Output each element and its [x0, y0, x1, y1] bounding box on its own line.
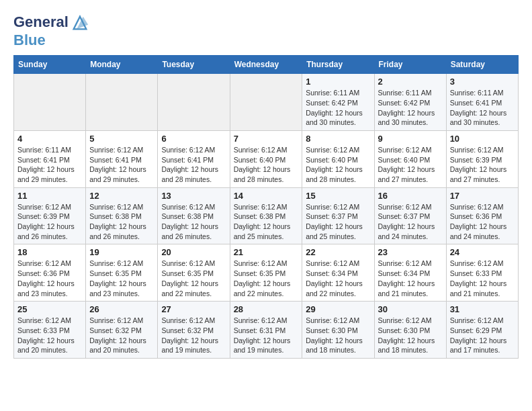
day-number: 29 — [306, 304, 370, 314]
calendar-cell: 4Sunrise: 6:11 AM Sunset: 6:41 PM Daylig… — [14, 130, 86, 187]
calendar-cell: 17Sunrise: 6:12 AM Sunset: 6:36 PM Dayli… — [446, 187, 518, 244]
day-info: Sunrise: 6:12 AM Sunset: 6:29 PM Dayligh… — [450, 316, 515, 355]
day-info: Sunrise: 6:12 AM Sunset: 6:33 PM Dayligh… — [17, 316, 82, 355]
day-of-week-header: Monday — [86, 56, 158, 74]
day-number: 30 — [378, 304, 443, 314]
logo-text: General Blue — [13, 13, 89, 48]
calendar-week-row: 4Sunrise: 6:11 AM Sunset: 6:41 PM Daylig… — [14, 130, 519, 187]
day-info: Sunrise: 6:12 AM Sunset: 6:41 PM Dayligh… — [161, 145, 226, 185]
day-number: 16 — [378, 191, 443, 201]
day-info: Sunrise: 6:11 AM Sunset: 6:42 PM Dayligh… — [378, 88, 443, 128]
day-number: 2 — [378, 77, 443, 87]
day-number: 14 — [234, 191, 299, 201]
day-number: 10 — [450, 134, 515, 144]
day-info: Sunrise: 6:12 AM Sunset: 6:40 PM Dayligh… — [234, 145, 299, 185]
calendar-cell: 26Sunrise: 6:12 AM Sunset: 6:32 PM Dayli… — [86, 302, 158, 359]
page-header: General Blue — [13, 13, 519, 48]
day-info: Sunrise: 6:12 AM Sunset: 6:38 PM Dayligh… — [234, 202, 299, 242]
calendar-cell: 7Sunrise: 6:12 AM Sunset: 6:40 PM Daylig… — [230, 130, 302, 187]
day-number: 7 — [234, 134, 299, 144]
day-info: Sunrise: 6:12 AM Sunset: 6:36 PM Dayligh… — [450, 202, 515, 242]
day-info: Sunrise: 6:12 AM Sunset: 6:30 PM Dayligh… — [306, 316, 370, 355]
day-info: Sunrise: 6:12 AM Sunset: 6:40 PM Dayligh… — [378, 145, 443, 185]
day-number: 20 — [161, 247, 226, 257]
calendar-cell: 13Sunrise: 6:12 AM Sunset: 6:38 PM Dayli… — [158, 187, 230, 244]
calendar-cell: 23Sunrise: 6:12 AM Sunset: 6:34 PM Dayli… — [374, 244, 446, 302]
day-info: Sunrise: 6:12 AM Sunset: 6:34 PM Dayligh… — [306, 259, 370, 298]
calendar-cell: 28Sunrise: 6:12 AM Sunset: 6:31 PM Dayli… — [230, 302, 302, 359]
calendar-cell: 15Sunrise: 6:12 AM Sunset: 6:37 PM Dayli… — [302, 187, 374, 244]
day-info: Sunrise: 6:12 AM Sunset: 6:30 PM Dayligh… — [378, 316, 443, 355]
calendar-header-row: SundayMondayTuesdayWednesdayThursdayFrid… — [14, 56, 519, 74]
calendar-cell: 6Sunrise: 6:12 AM Sunset: 6:41 PM Daylig… — [158, 130, 230, 187]
calendar-cell: 9Sunrise: 6:12 AM Sunset: 6:40 PM Daylig… — [374, 130, 446, 187]
calendar-week-row: 1Sunrise: 6:11 AM Sunset: 6:42 PM Daylig… — [14, 74, 519, 131]
day-number: 17 — [450, 191, 515, 201]
calendar-cell — [14, 74, 86, 131]
day-number: 13 — [161, 191, 226, 201]
day-number: 11 — [17, 191, 82, 201]
calendar-cell: 21Sunrise: 6:12 AM Sunset: 6:35 PM Dayli… — [230, 244, 302, 302]
day-info: Sunrise: 6:12 AM Sunset: 6:35 PM Dayligh… — [89, 259, 154, 298]
day-of-week-header: Sunday — [14, 56, 86, 74]
day-info: Sunrise: 6:12 AM Sunset: 6:38 PM Dayligh… — [89, 202, 154, 242]
day-info: Sunrise: 6:12 AM Sunset: 6:41 PM Dayligh… — [89, 145, 154, 185]
day-info: Sunrise: 6:11 AM Sunset: 6:42 PM Dayligh… — [306, 88, 370, 128]
calendar-cell: 29Sunrise: 6:12 AM Sunset: 6:30 PM Dayli… — [302, 302, 374, 359]
day-info: Sunrise: 6:12 AM Sunset: 6:31 PM Dayligh… — [234, 316, 299, 355]
calendar-cell: 11Sunrise: 6:12 AM Sunset: 6:39 PM Dayli… — [14, 187, 86, 244]
day-info: Sunrise: 6:11 AM Sunset: 6:41 PM Dayligh… — [450, 88, 515, 128]
day-number: 3 — [450, 77, 515, 87]
day-number: 4 — [17, 134, 82, 144]
day-info: Sunrise: 6:12 AM Sunset: 6:37 PM Dayligh… — [306, 202, 370, 242]
day-number: 31 — [450, 304, 515, 314]
day-of-week-header: Saturday — [446, 56, 518, 74]
day-of-week-header: Thursday — [302, 56, 374, 74]
calendar-cell: 19Sunrise: 6:12 AM Sunset: 6:35 PM Dayli… — [86, 244, 158, 302]
day-number: 21 — [234, 247, 299, 257]
calendar-cell: 14Sunrise: 6:12 AM Sunset: 6:38 PM Dayli… — [230, 187, 302, 244]
day-number: 1 — [306, 77, 370, 87]
calendar-cell: 25Sunrise: 6:12 AM Sunset: 6:33 PM Dayli… — [14, 302, 86, 359]
day-number: 26 — [89, 304, 154, 314]
day-number: 19 — [89, 247, 154, 257]
day-info: Sunrise: 6:12 AM Sunset: 6:35 PM Dayligh… — [234, 259, 299, 298]
calendar-cell: 2Sunrise: 6:11 AM Sunset: 6:42 PM Daylig… — [374, 74, 446, 131]
day-info: Sunrise: 6:12 AM Sunset: 6:34 PM Dayligh… — [378, 259, 443, 298]
day-of-week-header: Friday — [374, 56, 446, 74]
calendar-cell: 16Sunrise: 6:12 AM Sunset: 6:37 PM Dayli… — [374, 187, 446, 244]
day-number: 22 — [306, 247, 370, 257]
day-info: Sunrise: 6:12 AM Sunset: 6:40 PM Dayligh… — [306, 145, 370, 185]
day-number: 6 — [161, 134, 226, 144]
calendar-cell: 27Sunrise: 6:12 AM Sunset: 6:32 PM Dayli… — [158, 302, 230, 359]
day-info: Sunrise: 6:12 AM Sunset: 6:39 PM Dayligh… — [450, 145, 515, 185]
calendar-cell: 31Sunrise: 6:12 AM Sunset: 6:29 PM Dayli… — [446, 302, 518, 359]
day-info: Sunrise: 6:12 AM Sunset: 6:36 PM Dayligh… — [17, 259, 82, 298]
day-info: Sunrise: 6:12 AM Sunset: 6:37 PM Dayligh… — [378, 202, 443, 242]
calendar-cell: 18Sunrise: 6:12 AM Sunset: 6:36 PM Dayli… — [14, 244, 86, 302]
day-number: 9 — [378, 134, 443, 144]
day-of-week-header: Wednesday — [230, 56, 302, 74]
calendar-cell: 12Sunrise: 6:12 AM Sunset: 6:38 PM Dayli… — [86, 187, 158, 244]
day-number: 18 — [17, 247, 82, 257]
day-number: 25 — [17, 304, 82, 314]
day-info: Sunrise: 6:12 AM Sunset: 6:38 PM Dayligh… — [161, 202, 226, 242]
day-number: 12 — [89, 191, 154, 201]
calendar-week-row: 18Sunrise: 6:12 AM Sunset: 6:36 PM Dayli… — [14, 244, 519, 302]
calendar-week-row: 25Sunrise: 6:12 AM Sunset: 6:33 PM Dayli… — [14, 302, 519, 359]
day-number: 23 — [378, 247, 443, 257]
calendar-cell — [158, 74, 230, 131]
calendar-cell: 5Sunrise: 6:12 AM Sunset: 6:41 PM Daylig… — [86, 130, 158, 187]
day-number: 15 — [306, 191, 370, 201]
day-number: 8 — [306, 134, 370, 144]
day-number: 27 — [161, 304, 226, 314]
logo: General Blue — [13, 13, 89, 48]
calendar-cell: 8Sunrise: 6:12 AM Sunset: 6:40 PM Daylig… — [302, 130, 374, 187]
calendar-cell: 30Sunrise: 6:12 AM Sunset: 6:30 PM Dayli… — [374, 302, 446, 359]
day-info: Sunrise: 6:12 AM Sunset: 6:33 PM Dayligh… — [450, 259, 515, 298]
day-number: 28 — [234, 304, 299, 314]
calendar-cell — [230, 74, 302, 131]
day-number: 5 — [89, 134, 154, 144]
day-number: 24 — [450, 247, 515, 257]
day-info: Sunrise: 6:11 AM Sunset: 6:41 PM Dayligh… — [17, 145, 82, 185]
